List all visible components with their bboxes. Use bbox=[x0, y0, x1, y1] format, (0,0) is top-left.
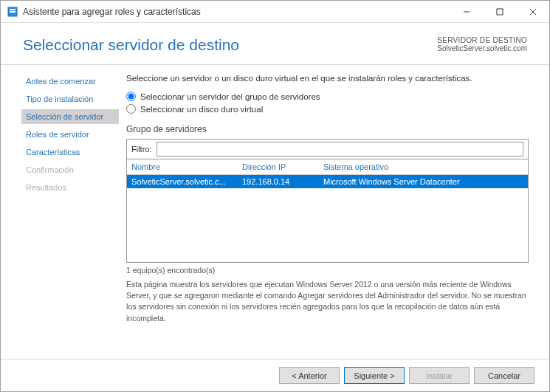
svg-rect-2 bbox=[10, 11, 16, 13]
previous-button[interactable]: < Anterior bbox=[279, 367, 340, 384]
step-server-selection[interactable]: Selección de servidor bbox=[21, 109, 119, 124]
cell-ip: 192.168.0.14 bbox=[242, 177, 323, 186]
destination-label: SERVIDOR DE DESTINO bbox=[437, 36, 527, 44]
footnote-text: Esta página muestra los servidores que e… bbox=[126, 279, 529, 324]
window-title: Asistente para agregar roles y caracterí… bbox=[23, 7, 450, 17]
cell-os: Microsoft Windows Server Datacenter bbox=[323, 177, 523, 186]
wizard-steps: Antes de comenzar Tipo de instalación Se… bbox=[1, 65, 119, 359]
step-results: Resultados bbox=[21, 180, 119, 195]
wizard-footer: < Anterior Siguiente > Instalar Cancelar bbox=[1, 359, 549, 391]
close-button[interactable] bbox=[516, 1, 549, 23]
wizard-content: Seleccione un servidor o un disco duro v… bbox=[119, 65, 549, 359]
server-table: Nombre Dirección IP Sistema operativo So… bbox=[126, 159, 529, 263]
radio-vhd-input[interactable] bbox=[126, 104, 136, 114]
radio-server-pool-input[interactable] bbox=[126, 92, 136, 101]
minimize-button[interactable] bbox=[450, 1, 483, 23]
wizard-header: Seleccionar servidor de destino SERVIDOR… bbox=[1, 23, 549, 65]
filter-input[interactable] bbox=[157, 142, 524, 157]
step-features[interactable]: Características bbox=[21, 145, 119, 159]
window-controls bbox=[450, 1, 549, 22]
svg-rect-1 bbox=[10, 9, 16, 10]
titlebar: Asistente para agregar roles y caracterí… bbox=[1, 1, 549, 23]
server-pool-label: Grupo de servidores bbox=[126, 124, 529, 134]
maximize-button[interactable] bbox=[483, 1, 516, 23]
step-server-roles[interactable]: Roles de servidor bbox=[21, 127, 119, 142]
cell-name: SolveticServer.solvetic.c... bbox=[131, 177, 242, 186]
radio-server-pool-label: Seleccionar un servidor del grupo de ser… bbox=[140, 92, 320, 101]
radio-vhd-label: Seleccionar un disco duro virtual bbox=[140, 105, 263, 114]
install-button: Instalar bbox=[409, 367, 470, 384]
filter-bar: Filtro: bbox=[126, 139, 529, 159]
radio-server-pool[interactable]: Seleccionar un servidor del grupo de ser… bbox=[126, 92, 529, 101]
found-count: 1 equipo(s) encontrado(s) bbox=[126, 266, 529, 275]
column-os[interactable]: Sistema operativo bbox=[323, 162, 523, 171]
step-install-type[interactable]: Tipo de instalación bbox=[21, 92, 119, 106]
destination-info: SERVIDOR DE DESTINO SolveticServer.solve… bbox=[437, 36, 527, 52]
table-row[interactable]: SolveticServer.solvetic.c... 192.168.0.1… bbox=[127, 175, 528, 188]
table-empty-space bbox=[127, 188, 528, 262]
wizard-body: Antes de comenzar Tipo de instalación Se… bbox=[1, 65, 549, 359]
radio-vhd[interactable]: Seleccionar un disco duro virtual bbox=[126, 104, 529, 114]
svg-rect-4 bbox=[497, 9, 503, 15]
column-name[interactable]: Nombre bbox=[131, 162, 242, 171]
next-button[interactable]: Siguiente > bbox=[344, 367, 405, 384]
step-before-begin[interactable]: Antes de comenzar bbox=[21, 74, 119, 89]
destination-server: SolveticServer.solvetic.com bbox=[437, 44, 527, 52]
column-ip[interactable]: Dirección IP bbox=[242, 162, 323, 171]
cancel-button[interactable]: Cancelar bbox=[474, 367, 534, 384]
instruction-text: Seleccione un servidor o un disco duro v… bbox=[126, 74, 529, 83]
step-confirmation: Confirmación bbox=[21, 162, 119, 177]
app-icon bbox=[7, 6, 18, 18]
page-title: Seleccionar servidor de destino bbox=[23, 36, 437, 54]
table-header: Nombre Dirección IP Sistema operativo bbox=[127, 159, 528, 175]
filter-label: Filtro: bbox=[127, 142, 157, 157]
